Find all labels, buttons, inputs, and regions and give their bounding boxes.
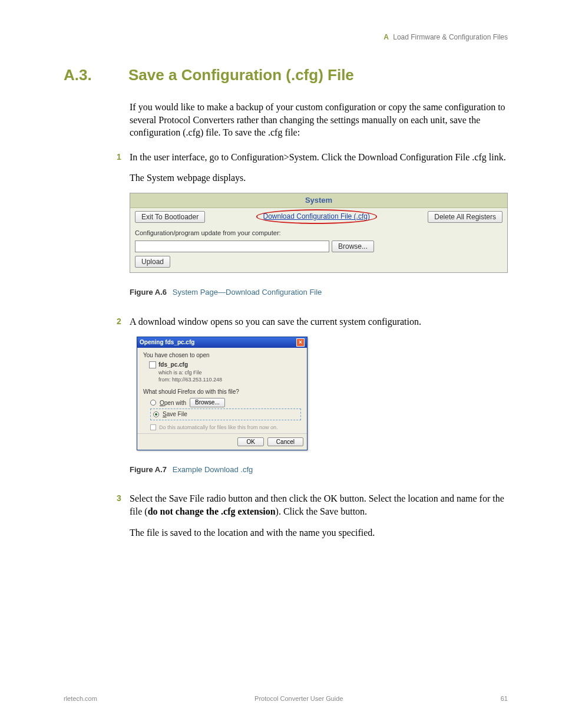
download-link-highlight: Download Configuration File (.cfg)	[263, 212, 370, 221]
page-footer: rletech.com Protocol Converter User Guid…	[64, 695, 508, 702]
section-title-text: Save a Configuration (.cfg) File	[128, 66, 354, 84]
step-1-after: The System webpage displays.	[130, 172, 508, 185]
figure-a7-label: Figure A.7	[130, 465, 167, 474]
save-file-option[interactable]: Save File	[150, 409, 301, 420]
system-panel-figure: System Exit To Bootloader Download Confi…	[130, 193, 508, 273]
ok-button[interactable]: OK	[237, 437, 263, 446]
figure-a6-label: Figure A.6	[130, 288, 167, 297]
dialog-title: Opening fds_pc.cfg	[140, 338, 194, 347]
dialog-from: from: http://63.253.110.248	[158, 376, 301, 383]
open-with-browse-button[interactable]: Browse...	[190, 398, 225, 407]
auto-label: Do this automatically for files like thi…	[159, 424, 278, 431]
system-panel-title: System	[130, 193, 507, 208]
file-icon	[149, 361, 156, 368]
radio-open-with[interactable]	[150, 400, 156, 406]
upload-button[interactable]: Upload	[135, 256, 170, 268]
open-with-label: Open with	[160, 399, 186, 407]
step-number: 2	[117, 316, 121, 327]
step-3-text-bold: do not change the .cfg extension	[148, 506, 276, 516]
dialog-which-is: which is a: cfg File	[158, 369, 301, 376]
intro-paragraph: If you would like to make a backup of yo…	[130, 101, 508, 139]
dialog-chosen-text: You have chosen to open	[143, 351, 301, 360]
step-3-after: The file is saved to the location and wi…	[130, 526, 508, 539]
appendix-title: Load Firmware & Configuration Files	[393, 33, 508, 41]
step-3-text-b: ). Click the Save button.	[276, 506, 368, 516]
footer-center: Protocol Converter User Guide	[254, 695, 343, 702]
dialog-titlebar: Opening fds_pc.cfg ×	[137, 337, 307, 348]
radio-save-file[interactable]	[153, 411, 159, 417]
open-with-option[interactable]: Open with Browse...	[150, 398, 301, 407]
dialog-question: What should Firefox do with this file?	[143, 388, 301, 396]
close-icon[interactable]: ×	[296, 338, 305, 347]
auto-option[interactable]: Do this automatically for files like thi…	[150, 424, 301, 431]
footer-right: 61	[501, 695, 508, 702]
step-2-text: A download window opens so you can save …	[130, 315, 508, 328]
section-number: A.3.	[64, 66, 128, 84]
download-dialog-figure: Opening fds_pc.cfg × You have chosen to …	[137, 337, 308, 450]
figure-a7-title: Example Download .cfg	[173, 465, 253, 474]
step-number: 3	[117, 493, 121, 504]
cancel-button[interactable]: Cancel	[267, 437, 303, 446]
file-path-input[interactable]	[135, 241, 329, 252]
section-heading: A.3.Save a Configuration (.cfg) File	[64, 66, 508, 84]
figure-a6-title: System Page—Download Configuration File	[173, 288, 322, 297]
step-2: 2 A download window opens so you can sav…	[130, 315, 508, 328]
step-1-text: In the user interface, go to Configurati…	[130, 151, 508, 164]
figure-a6-caption: Figure A.6 System Page—Download Configur…	[130, 287, 508, 298]
appendix-letter: A	[384, 33, 389, 41]
footer-left: rletech.com	[64, 695, 97, 702]
save-file-label: Save File	[163, 410, 187, 419]
step-3: 3 Select the Save File radio button and …	[130, 492, 508, 539]
dialog-filename: fds_pc.cfg	[158, 361, 188, 369]
browse-button[interactable]: Browse...	[332, 241, 374, 252]
step-number: 1	[117, 151, 121, 163]
exit-to-bootloader-button[interactable]: Exit To Bootloader	[135, 211, 205, 223]
update-label: Configuration/program update from your c…	[130, 229, 507, 241]
figure-a7-caption: Figure A.7 Example Download .cfg	[130, 465, 508, 475]
step-1: 1 In the user interface, go to Configura…	[130, 151, 508, 185]
auto-checkbox[interactable]	[150, 424, 156, 430]
download-config-link[interactable]: Download Configuration File (.cfg)	[263, 212, 370, 220]
page-running-header: A Load Firmware & Configuration Files	[64, 33, 508, 41]
delete-all-registers-button[interactable]: Delete All Registers	[428, 211, 503, 223]
step-3-text: Select the Save File radio button and th…	[130, 492, 508, 518]
